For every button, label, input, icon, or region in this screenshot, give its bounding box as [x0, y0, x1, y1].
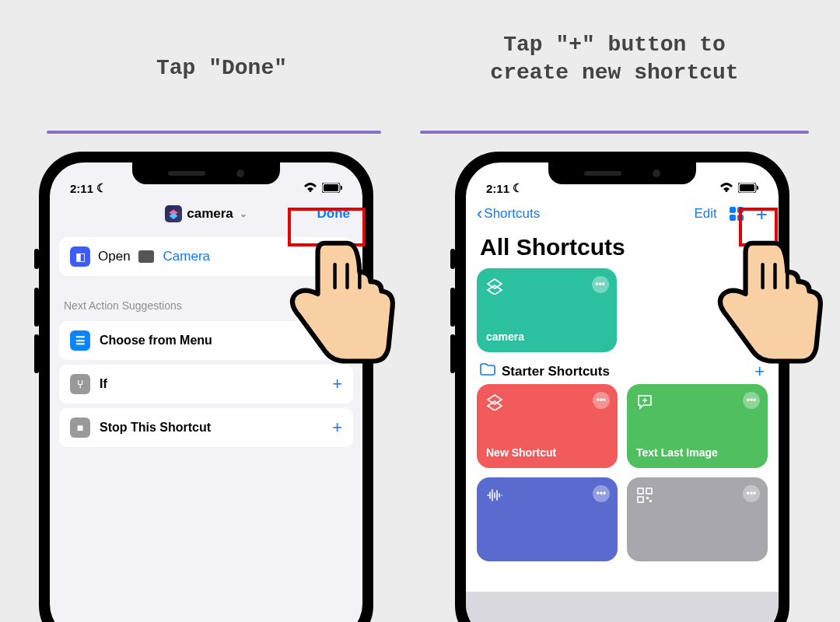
- phone-button: [789, 295, 794, 350]
- waveform-icon: [486, 487, 503, 504]
- message-plus-icon: [636, 393, 653, 411]
- caption-left: Tap "Done": [70, 54, 373, 82]
- tile-camera[interactable]: ••• camera: [477, 268, 617, 352]
- chevron-left-icon: ‹: [477, 204, 482, 224]
- layers-icon: [486, 278, 503, 295]
- more-icon[interactable]: •••: [592, 276, 609, 293]
- folder-starter[interactable]: Starter Shortcuts +: [466, 352, 779, 384]
- page-title: All Shortcuts: [466, 231, 779, 268]
- shortcut-title[interactable]: camera ⌄: [165, 205, 247, 222]
- grid-view-icon[interactable]: [730, 207, 744, 221]
- add-icon[interactable]: +: [754, 362, 765, 382]
- shortcut-name: camera: [187, 206, 233, 222]
- do-not-disturb-icon: ☾: [513, 181, 523, 195]
- wifi-icon: [303, 182, 317, 195]
- suggestion-stop[interactable]: ■ Stop This Shortcut +: [59, 408, 353, 447]
- notch: [548, 162, 696, 184]
- underline-right: [420, 131, 809, 134]
- open-target[interactable]: Camera: [163, 249, 210, 264]
- add-icon[interactable]: +: [332, 330, 342, 351]
- chevron-down-icon: ⌄: [240, 208, 247, 219]
- wifi-icon: [719, 182, 733, 195]
- status-time: 2:11: [486, 182, 509, 195]
- battery-icon: [322, 182, 342, 195]
- screen-left: 2:11 ☾ camera ⌄ Done: [50, 162, 362, 622]
- svg-rect-5: [740, 184, 754, 191]
- screen-right: 2:11 ☾ ‹ Shortcuts Edit +: [466, 162, 779, 622]
- add-shortcut-button[interactable]: +: [756, 202, 768, 226]
- phone-button: [450, 334, 455, 373]
- phone-button: [34, 334, 39, 373]
- phone-button: [450, 249, 455, 269]
- tile-gray[interactable]: •••: [627, 477, 768, 561]
- branch-icon: ⑂: [70, 374, 90, 394]
- svg-rect-6: [757, 186, 758, 190]
- phone-button: [450, 288, 455, 327]
- qr-icon: [636, 487, 653, 504]
- svg-rect-2: [341, 186, 342, 190]
- phone-button: [34, 288, 39, 327]
- more-icon[interactable]: •••: [593, 485, 610, 502]
- camera-app-icon: [138, 250, 154, 263]
- navbar: ‹ Shortcuts Edit +: [466, 197, 779, 231]
- done-button[interactable]: Done: [317, 197, 351, 231]
- layers-icon: [486, 393, 503, 411]
- tile-new-shortcut[interactable]: ••• New Shortcut: [477, 384, 618, 468]
- suggestion-if[interactable]: ⑂ If +: [59, 365, 353, 404]
- tab-bar: [466, 592, 779, 622]
- phone-right: 2:11 ☾ ‹ Shortcuts Edit +: [455, 152, 789, 622]
- phone-button: [34, 249, 39, 269]
- navbar: camera ⌄ Done: [50, 197, 362, 231]
- svg-rect-8: [646, 488, 652, 494]
- caption-right: Tap "+" button tocreate new shortcut: [420, 31, 809, 88]
- svg-rect-1: [324, 184, 338, 191]
- add-icon[interactable]: +: [332, 374, 342, 394]
- folder-icon: [480, 363, 495, 379]
- svg-rect-9: [638, 497, 643, 502]
- suggestion-choose-menu[interactable]: ☰ Choose from Menu +: [59, 321, 353, 360]
- back-button[interactable]: ‹ Shortcuts: [477, 204, 540, 224]
- tile-text-image[interactable]: ••• Text Last Image: [627, 384, 768, 468]
- svg-rect-7: [638, 488, 643, 494]
- status-time: 2:11: [70, 182, 93, 195]
- svg-rect-11: [649, 500, 652, 502]
- tile-indigo[interactable]: •••: [477, 477, 618, 561]
- menu-icon: ☰: [70, 330, 90, 351]
- underline-left: [47, 131, 381, 134]
- more-icon[interactable]: •••: [743, 485, 760, 502]
- do-not-disturb-icon: ☾: [96, 181, 107, 195]
- add-icon[interactable]: +: [332, 418, 342, 438]
- shortcuts-app-icon: [165, 205, 182, 222]
- suggestions-header: Next Action Suggestions: [50, 282, 362, 316]
- phone-left: 2:11 ☾ camera ⌄ Done: [39, 152, 373, 622]
- action-open-app[interactable]: ◧ Open Camera: [59, 237, 353, 276]
- open-app-icon: ◧: [70, 246, 90, 267]
- edit-button[interactable]: Edit: [695, 206, 717, 222]
- open-label: Open: [98, 249, 131, 264]
- more-icon[interactable]: •••: [593, 392, 610, 409]
- stop-icon: ■: [70, 418, 90, 438]
- battery-icon: [738, 182, 758, 195]
- phone-button: [373, 295, 378, 350]
- notch: [132, 162, 280, 184]
- more-icon[interactable]: •••: [743, 392, 760, 409]
- svg-rect-10: [646, 497, 649, 499]
